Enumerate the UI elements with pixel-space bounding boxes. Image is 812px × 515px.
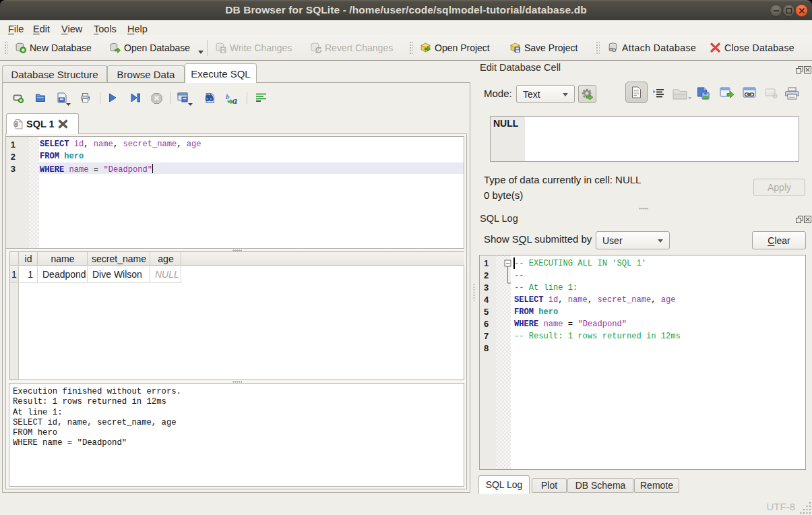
svg-text:b: b [226, 92, 230, 100]
svg-text:a: a [232, 96, 237, 104]
